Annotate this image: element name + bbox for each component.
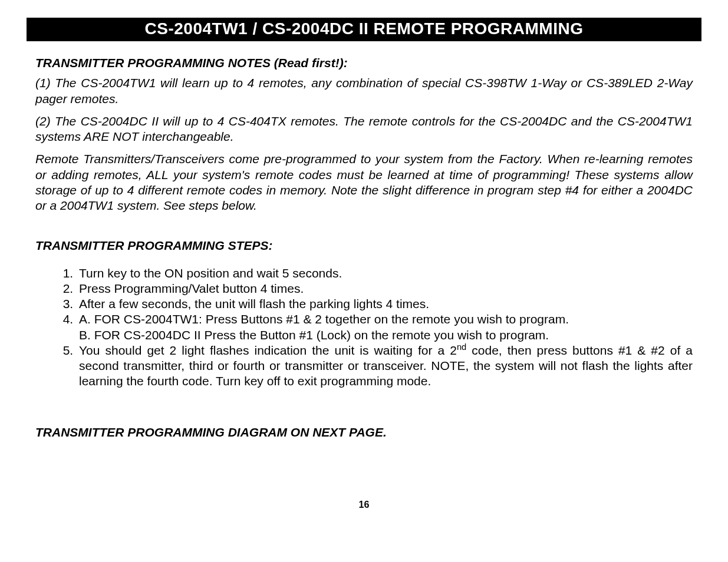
step-4b: B. FOR CS-2004DC II Press the Button #1 … (79, 328, 693, 343)
notes-paragraph-1: (1) The CS-2004TW1 will learn up to 4 re… (35, 75, 693, 107)
steps-list: Turn key to the ON position and wait 5 s… (35, 266, 693, 389)
step-4a: A. FOR CS-2004TW1: Press Buttons #1 & 2 … (79, 312, 693, 327)
content-area: TRANSMITTER PROGRAMMING NOTES (Read firs… (27, 41, 701, 440)
step-5-sup: nd (457, 342, 466, 352)
notes-paragraph-3: Remote Transmitters/Transceivers come pr… (35, 151, 693, 213)
step-4: A. FOR CS-2004TW1: Press Buttons #1 & 2 … (77, 312, 693, 343)
notes-paragraph-2: (2) The CS-2004DC II will up to 4 CS-404… (35, 114, 693, 145)
document-page: CS-2004TW1 / CS-2004DC II REMOTE PROGRAM… (0, 0, 728, 562)
steps-heading: TRANSMITTER PROGRAMMING STEPS: (35, 238, 693, 253)
step-3: After a few seconds, the unit will flash… (77, 296, 693, 312)
page-number: 16 (0, 500, 728, 510)
title-banner: CS-2004TW1 / CS-2004DC II REMOTE PROGRAM… (27, 18, 701, 41)
diagram-heading: TRANSMITTER PROGRAMMING DIAGRAM ON NEXT … (35, 425, 693, 440)
step-5: You should get 2 light flashes indicatio… (77, 343, 693, 389)
notes-heading: TRANSMITTER PROGRAMMING NOTES (Read firs… (35, 55, 693, 71)
step-1: Turn key to the ON position and wait 5 s… (77, 266, 693, 281)
step-5-pre: You should get 2 light flashes indicatio… (79, 343, 457, 357)
step-2: Press Programming/Valet button 4 times. (77, 281, 693, 296)
